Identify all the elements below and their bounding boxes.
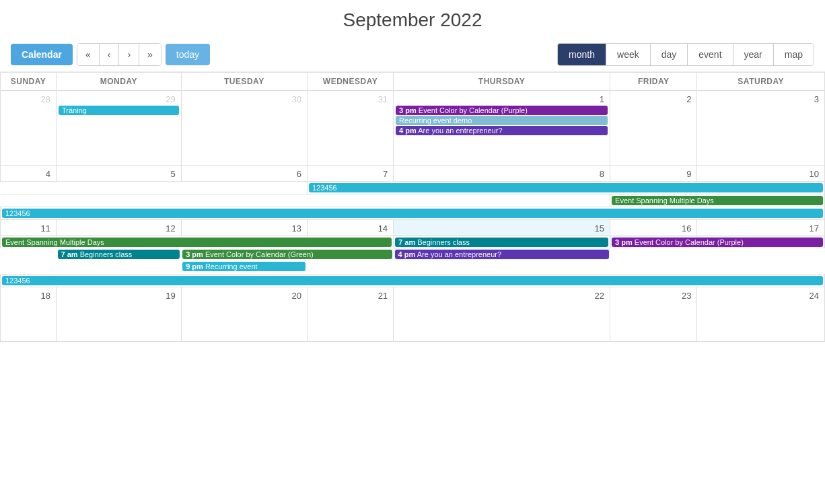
event-container: 3 pm Event Color by Calendar (Purple) Re… [396,106,608,135]
event-beginners-w3-wed[interactable]: 7 am Beginners class [395,238,608,247]
span-123456[interactable]: 123456 [307,182,824,194]
day-number: 18 [2,289,55,301]
day-cell-sep15: 15 [394,220,610,236]
day-cell-aug29: 29 Träning [57,91,182,166]
header-wednesday: WEDNESDAY [307,73,393,91]
day-cell-sep3: 3 [697,91,825,166]
day-cell-sep19: 19 [57,287,182,341]
span-123456-w4[interactable]: 123456 [1,274,825,287]
day-number: 19 [58,289,180,301]
day-headers-row: SUNDAY MONDAY TUESDAY WEDNESDAY THURSDAY… [1,73,825,91]
next-button[interactable]: › [119,44,139,65]
week-row-2-spans2: Event Spanning Multiple Days [1,194,825,207]
day-cell-sep20: 20 [181,287,307,341]
empty-w3-2 [610,248,825,260]
today-button[interactable]: today [166,44,210,65]
empty-span [1,182,308,194]
day-cell-sep22: 22 [394,287,610,341]
day-cell-sep12: 12 [57,220,182,236]
header-monday: MONDAY [57,73,182,91]
day-number: 3 [698,92,823,105]
day-cell-sep16: 16 [610,220,697,236]
event-entrepreneur-1[interactable]: 4 pm Are you an entrepreneur? [396,126,608,135]
day-cell-sep9: 9 [610,166,697,182]
day-number: 2 [612,92,695,105]
view-year[interactable]: year [733,44,774,65]
day-cell-sep2: 2 [610,91,697,166]
event-beginners-w3-mon[interactable]: 7 am Beginners class [58,250,180,259]
day-cell-aug31: 31 [307,91,393,166]
event-123456-w4[interactable]: 123456 [2,276,823,285]
event-color-purple-1[interactable]: 3 pm Event Color by Calendar (Purple) [396,106,608,115]
event-color-green-w3[interactable]: 3 pm Event Color by Calendar (Green) [182,250,392,259]
calendar-table: SUNDAY MONDAY TUESDAY WEDNESDAY THURSDAY… [0,72,825,342]
view-map[interactable]: map [774,44,814,65]
view-month[interactable]: month [558,44,606,65]
day-cell-sep10: 10 [697,166,825,182]
span-beginners-w3-wed[interactable]: 7 am Beginners class [394,236,610,249]
day-number: 9 [612,167,695,180]
span-123456-w3-full[interactable]: 11 123456 [1,207,825,220]
event-123456-w2[interactable]: 123456 [309,183,823,192]
day-cell-aug28: 28 [1,91,57,166]
span-recurring-w3[interactable]: 9 pm Recurring event [181,260,307,274]
header-sunday: SUNDAY [1,73,57,91]
day-number: 4 [2,167,55,180]
day-cell-sep4: 4 [1,166,57,182]
event-spanning-multiple-w2[interactable]: Event Spanning Multiple Days [612,196,823,205]
day-cell-sep14: 14 [307,220,393,236]
day-cell-sep11: 11 [1,220,57,236]
day-cell-sep1: 1 3 pm Event Color by Calendar (Purple) … [394,91,610,166]
day-cell-aug30: 30 [181,91,307,166]
event-spanning-multiple-w3[interactable]: Event Spanning Multiple Days [2,238,392,247]
view-week[interactable]: week [606,44,651,65]
view-day[interactable]: day [651,44,688,65]
week-row-2-nums: 4 5 6 7 [1,166,825,182]
span-event-multiple-w3[interactable]: Event Spanning Multiple Days [1,236,394,249]
last-button[interactable]: » [139,44,161,65]
header-tuesday: TUESDAY [181,73,307,91]
span-beginners-w3-mon[interactable]: 7 am Beginners class [57,248,182,260]
span-event-multiple[interactable]: Event Spanning Multiple Days [610,194,825,207]
event-traning[interactable]: Träning [59,106,179,115]
span-entrepreneur-w3[interactable]: 4 pm Are you an entrepreneur? [394,248,610,260]
day-cell-sep6: 6 [181,166,307,182]
span-color-green-w3[interactable]: 3 pm Event Color by Calendar (Green) [181,248,393,260]
prev-button[interactable]: ‹ [100,44,120,65]
day-number: 17 [698,221,823,234]
day-number: 6 [183,167,306,180]
event-recurring-w3[interactable]: 9 pm Recurring event [182,262,306,271]
span-color-purple-w3[interactable]: 3 pm Event Color by Calendar (Purple) [610,236,825,249]
header-thursday: THURSDAY [394,73,610,91]
week-row-3-spans1: 11 123456 [1,207,825,220]
day-number: 12 [58,221,180,234]
empty-span2 [1,194,610,207]
day-number: 24 [698,289,823,301]
week-row-1: 28 29 Träning 30 [1,91,825,166]
empty-w3-3 [1,260,182,274]
toolbar: Calendar « ‹ › » today month week day ev… [0,38,825,72]
empty-w3-1 [1,248,57,260]
event-color-purple-w3[interactable]: 3 pm Event Color by Calendar (Purple) [612,238,823,247]
day-number: 14 [309,221,392,234]
event-container: Träning [59,106,179,115]
day-number: 21 [309,289,392,301]
day-cell-sep13: 13 [181,220,307,236]
week-row-2-spans: 123456 [1,182,825,194]
day-cell-sep21: 21 [307,287,393,341]
toolbar-left: Calendar « ‹ › » today [11,43,210,66]
view-event[interactable]: event [688,44,733,65]
event-recurring-demo[interactable]: Recurring event demo [396,116,608,125]
first-button[interactable]: « [77,44,100,65]
day-number: 1 [395,92,608,105]
day-cell-sep24: 24 [697,287,825,341]
event-entrepreneur-w3[interactable]: 4 pm Are you an entrepreneur? [395,250,609,259]
day-number: 31 [309,92,392,105]
event-123456-w3[interactable]: 123456 [2,209,823,218]
week-row-3-nums: 11 12 13 14 [1,220,825,236]
day-number: 16 [612,221,695,234]
day-number: 23 [612,289,695,301]
calendar-button[interactable]: Calendar [11,44,73,65]
day-number: 8 [395,167,608,180]
day-cell-sep7: 7 [307,166,393,182]
